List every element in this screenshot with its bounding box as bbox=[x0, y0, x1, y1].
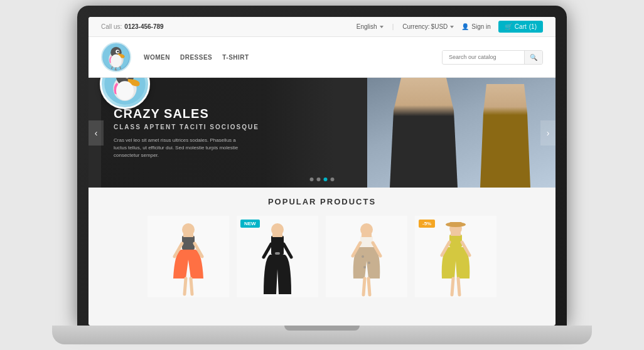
product-badge-sale: -5% bbox=[419, 220, 435, 228]
product-figure-4-icon bbox=[436, 222, 476, 297]
svg-rect-24 bbox=[275, 252, 280, 255]
svg-point-33 bbox=[368, 262, 370, 264]
website: Call us: 0123-456-789 English | Currency… bbox=[89, 17, 555, 326]
svg-line-30 bbox=[363, 278, 365, 295]
language-chevron-icon bbox=[380, 26, 384, 28]
product-figure-3-icon bbox=[347, 222, 386, 297]
search-input[interactable] bbox=[443, 51, 524, 63]
svg-line-18 bbox=[191, 278, 192, 294]
hero-bg-right bbox=[367, 78, 555, 188]
call-label: Call us: bbox=[101, 23, 122, 30]
topbar-right: English | Currency: $USD 👤 Sign in bbox=[357, 21, 543, 33]
hero-dot-2[interactable] bbox=[317, 178, 321, 181]
search-bar: 🔍 bbox=[442, 50, 543, 65]
language-selector[interactable]: English bbox=[357, 23, 384, 30]
product-figure-2-icon bbox=[259, 222, 296, 297]
laptop-screen: Call us: 0123-456-789 English | Currency… bbox=[77, 6, 567, 326]
product-image-3 bbox=[326, 216, 407, 297]
product-card-3[interactable] bbox=[326, 216, 407, 297]
hero-next-button[interactable]: › bbox=[540, 120, 555, 146]
signin-label: Sign in bbox=[471, 23, 491, 30]
phone-number: 0123-456-789 bbox=[124, 23, 163, 30]
svg-line-31 bbox=[368, 278, 370, 295]
topbar-left: Call us: 0123-456-789 bbox=[101, 23, 164, 30]
product-figure-1-icon bbox=[168, 222, 209, 297]
cart-icon: 🛒 bbox=[505, 23, 512, 30]
hero-person-1 bbox=[386, 78, 461, 188]
laptop-base bbox=[52, 326, 592, 344]
hero-person-2 bbox=[474, 84, 537, 188]
hero-dot-1[interactable] bbox=[310, 178, 314, 181]
laptop-wrapper: Call us: 0123-456-789 English | Currency… bbox=[52, 6, 592, 344]
svg-point-4 bbox=[117, 51, 119, 53]
products-grid: NEW bbox=[101, 216, 543, 297]
nav-women[interactable]: WOMEN bbox=[144, 54, 170, 61]
product-image-1 bbox=[148, 216, 229, 297]
svg-rect-27 bbox=[362, 230, 372, 237]
svg-point-5 bbox=[110, 55, 122, 68]
cart-label: Cart bbox=[515, 23, 527, 30]
svg-rect-21 bbox=[272, 230, 282, 237]
screen-inner: Call us: 0123-456-789 English | Currency… bbox=[89, 17, 555, 326]
product-card-4[interactable]: -5% bbox=[415, 216, 496, 297]
product-card-2[interactable]: NEW bbox=[237, 216, 318, 297]
chevron-right-icon: › bbox=[547, 128, 550, 138]
hero-dot-3[interactable] bbox=[324, 178, 328, 181]
search-button[interactable]: 🔍 bbox=[524, 51, 542, 64]
svg-point-32 bbox=[362, 255, 364, 258]
nav-dresses[interactable]: DRESSES bbox=[180, 54, 212, 61]
svg-rect-14 bbox=[183, 230, 193, 237]
nav-center: WOMEN DRESSES T-SHIRT bbox=[101, 42, 442, 72]
currency-label: Currency: bbox=[402, 23, 429, 30]
cart-button[interactable]: 🛒 Cart (1) bbox=[498, 21, 543, 33]
svg-point-34 bbox=[363, 266, 366, 268]
hero-subtitle: CLASS APTENT TACITI SOCIOSQUE bbox=[114, 124, 322, 130]
site-logo[interactable] bbox=[101, 42, 131, 72]
svg-rect-39 bbox=[451, 228, 461, 236]
currency-chevron-icon bbox=[450, 26, 454, 28]
cart-count: (1) bbox=[529, 23, 537, 30]
top-bar: Call us: 0123-456-789 English | Currency… bbox=[89, 17, 555, 37]
chevron-left-icon: ‹ bbox=[95, 128, 98, 138]
currency-selector[interactable]: Currency: $USD bbox=[402, 23, 454, 30]
product-card-1[interactable] bbox=[148, 216, 229, 297]
products-section: POPULAR PRODUCTS bbox=[89, 188, 555, 307]
divider: | bbox=[392, 23, 394, 30]
hero-dot-4[interactable] bbox=[331, 178, 335, 181]
product-image-2 bbox=[237, 216, 318, 297]
svg-rect-20 bbox=[271, 236, 284, 255]
language-label: English bbox=[357, 23, 377, 30]
nav-links: WOMEN DRESSES T-SHIRT bbox=[144, 54, 249, 61]
hero-banner: CRAZY SALES CLASS APTENT TACITI SOCIOSQU… bbox=[89, 78, 555, 188]
svg-line-17 bbox=[185, 278, 186, 294]
logo-bird-icon bbox=[102, 42, 130, 72]
hero-logo-icon bbox=[103, 78, 147, 106]
products-title: POPULAR PRODUCTS bbox=[101, 197, 543, 206]
product-image-4 bbox=[415, 216, 496, 297]
svg-rect-38 bbox=[449, 235, 462, 247]
signin-button[interactable]: 👤 Sign in bbox=[461, 23, 491, 30]
svg-point-11 bbox=[116, 81, 134, 100]
svg-rect-26 bbox=[360, 236, 373, 247]
svg-line-42 bbox=[452, 278, 453, 295]
hero-description: Cras vel leo sit amet risus ultrices sod… bbox=[114, 137, 239, 159]
nav-bar: WOMEN DRESSES T-SHIRT 🔍 bbox=[89, 37, 555, 78]
nav-tshirt[interactable]: T-SHIRT bbox=[222, 54, 249, 61]
svg-rect-13 bbox=[182, 236, 195, 250]
currency-value: $USD bbox=[431, 23, 448, 30]
hero-prev-button[interactable]: ‹ bbox=[89, 120, 104, 146]
hero-dots bbox=[310, 178, 335, 181]
product-badge-new: NEW bbox=[240, 220, 260, 228]
svg-line-43 bbox=[458, 278, 459, 295]
svg-rect-37 bbox=[449, 222, 462, 225]
user-icon: 👤 bbox=[461, 23, 469, 30]
hero-title: CRAZY SALES bbox=[114, 107, 322, 121]
